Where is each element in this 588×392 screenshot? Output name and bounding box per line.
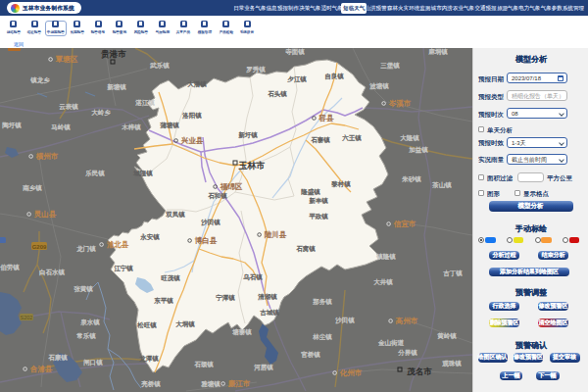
svg-text:旺茂镇: 旺茂镇 — [161, 274, 180, 281]
svg-text:龙门镇: 龙门镇 — [76, 245, 96, 252]
svg-text:寺面镇: 寺面镇 — [285, 48, 305, 55]
svg-text:大潘镇: 大潘镇 — [187, 80, 207, 88]
svg-text:容县: 容县 — [319, 114, 335, 122]
svg-text:新圩镇: 新圩镇 — [238, 131, 258, 138]
svg-text:观珠镇: 观珠镇 — [442, 360, 462, 368]
svg-text:岑溪市: 岑溪市 — [389, 99, 412, 108]
svg-text:新塘镇: 新塘镇 — [107, 83, 126, 91]
svg-text:福绵区: 福绵区 — [220, 182, 243, 191]
svg-text:永安镇: 永安镇 — [140, 233, 160, 240]
svg-text:那务镇: 那务镇 — [313, 298, 332, 306]
svg-text:塘寨镇: 塘寨镇 — [232, 328, 252, 336]
svg-text:石康镇: 石康镇 — [48, 354, 68, 362]
svg-text:罗秀镇: 罗秀镇 — [246, 66, 266, 74]
svg-text:白石水镇: 白石水镇 — [39, 269, 66, 276]
svg-text:S202: S202 — [21, 315, 33, 320]
svg-text:加益镇: 加益镇 — [409, 146, 428, 153]
svg-text:宁潭镇: 宁潭镇 — [216, 294, 235, 302]
svg-text:黎村镇: 黎村镇 — [331, 180, 351, 188]
svg-text:信宜市: 信宜市 — [394, 220, 416, 228]
svg-text:化州市: 化州市 — [339, 368, 363, 377]
svg-text:麻垌镇: 麻垌镇 — [428, 48, 448, 56]
svg-text:石窝镇: 石窝镇 — [296, 245, 316, 252]
svg-text:石头镇: 石头镇 — [268, 90, 287, 98]
svg-text:大井镇: 大井镇 — [373, 278, 393, 285]
svg-text:横州市: 横州市 — [36, 152, 59, 161]
svg-text:茶山镇: 茶山镇 — [431, 181, 452, 188]
svg-text:松旺镇: 松旺镇 — [137, 321, 157, 328]
svg-text:廉江市: 廉江市 — [228, 379, 251, 388]
svg-text:官桥镇: 官桥镇 — [301, 351, 320, 358]
svg-text:覃塘区: 覃塘区 — [56, 55, 78, 64]
svg-text:清湖镇: 清湖镇 — [258, 293, 277, 301]
svg-text:灵山县: 灵山县 — [34, 210, 57, 219]
svg-text:茂名市: 茂名市 — [407, 367, 432, 376]
svg-text:张黄镇: 张黄镇 — [74, 285, 93, 293]
svg-text:古丁镇: 古丁镇 — [443, 270, 463, 277]
svg-text:木梓镇: 木梓镇 — [122, 123, 141, 130]
svg-text:金山街道: 金山街道 — [378, 339, 405, 347]
svg-text:闸口镇: 闸口镇 — [83, 359, 103, 367]
svg-text:伯劳镇: 伯劳镇 — [0, 264, 20, 271]
svg-text:陆川县: 陆川县 — [265, 230, 287, 239]
svg-text:G209: G209 — [32, 244, 47, 250]
svg-text:林尘镇: 林尘镇 — [312, 333, 332, 340]
svg-text:波塘镇: 波塘镇 — [369, 82, 389, 90]
svg-text:合浦县: 合浦县 — [30, 365, 53, 373]
svg-text:镇龙乡: 镇龙乡 — [29, 76, 50, 84]
svg-text:石和镇: 石和镇 — [208, 192, 227, 199]
svg-text:亮桥镇: 亮桥镇 — [141, 380, 161, 388]
svg-text:博白县: 博白县 — [195, 236, 218, 245]
svg-text:大岭乡: 大岭乡 — [91, 109, 111, 117]
svg-text:浦北县: 浦北县 — [107, 240, 129, 249]
svg-text:夕江镇: 夕江镇 — [287, 75, 307, 83]
svg-text:六王镇: 六王镇 — [342, 134, 362, 141]
svg-text:高州市: 高州市 — [396, 317, 418, 325]
svg-text:黄岭镇: 黄岭镇 — [437, 332, 457, 340]
svg-text:陶圩镇: 陶圩镇 — [2, 122, 22, 129]
svg-text:双凤镇: 双凤镇 — [166, 211, 185, 218]
svg-text:自良镇: 自良镇 — [324, 73, 344, 80]
svg-text:朱砂镇: 朱砂镇 — [402, 175, 421, 182]
svg-text:乐民镇: 乐民镇 — [85, 170, 105, 176]
svg-text:古城镇: 古城镇 — [260, 309, 279, 317]
svg-text:镇隆镇: 镇隆镇 — [375, 253, 396, 260]
svg-text:常乐镇: 常乐镇 — [76, 332, 96, 339]
svg-text:云表镇: 云表镇 — [59, 103, 78, 110]
svg-text:南乡镇: 南乡镇 — [23, 184, 42, 192]
svg-text:隆盛镇: 隆盛镇 — [301, 188, 320, 195]
svg-text:石颈镇: 石颈镇 — [194, 361, 214, 368]
svg-text:玉林市: 玉林市 — [239, 161, 266, 171]
svg-text:湛江镇: 湛江镇 — [135, 99, 155, 107]
svg-text:大垌镇: 大垌镇 — [175, 320, 195, 328]
svg-text:沙田镇: 沙田镇 — [201, 219, 220, 226]
svg-text:洛阳镇: 洛阳镇 — [182, 112, 202, 120]
svg-text:兴业县: 兴业县 — [181, 136, 204, 145]
svg-text:新丰镇: 新丰镇 — [309, 197, 328, 204]
svg-text:马岭镇: 马岭镇 — [51, 123, 71, 130]
svg-text:雅塘镇: 雅塘镇 — [201, 380, 220, 388]
svg-text:贵港市: 贵港市 — [100, 49, 126, 59]
svg-text:分界镇: 分界镇 — [398, 349, 417, 356]
svg-text:东平镇: 东平镇 — [154, 297, 173, 304]
svg-text:乌石镇: 乌石镇 — [243, 273, 263, 281]
svg-text:河唇镇: 河唇镇 — [254, 364, 273, 371]
svg-text:大隆镇: 大隆镇 — [400, 134, 419, 141]
svg-text:武乐镇: 武乐镇 — [149, 62, 170, 69]
svg-text:沙田镇: 沙田镇 — [335, 317, 355, 324]
svg-text:江宁镇: 江宁镇 — [114, 265, 133, 272]
svg-text:城隍镇: 城隍镇 — [133, 170, 153, 176]
svg-text:三堡镇: 三堡镇 — [380, 62, 400, 69]
svg-text:蒲塘镇: 蒲塘镇 — [160, 122, 179, 129]
svg-text:石寨镇: 石寨镇 — [311, 136, 330, 143]
svg-text:平政镇: 平政镇 — [309, 213, 328, 220]
svg-text:龙潭镇: 龙潭镇 — [139, 355, 159, 363]
svg-text:泉水镇: 泉水镇 — [80, 318, 100, 325]
